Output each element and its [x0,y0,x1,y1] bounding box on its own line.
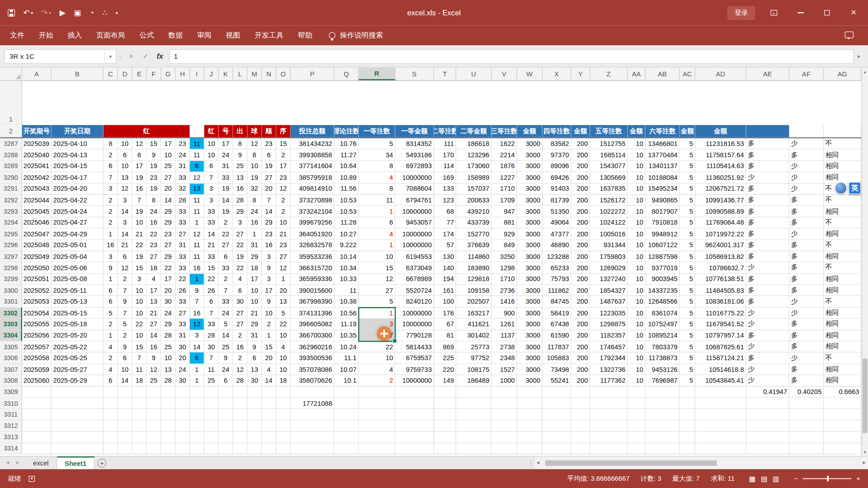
cell[interactable]: 10990588.89 [695,206,746,217]
cell[interactable]: 2025047 [22,229,52,240]
cell[interactable]: 15 [204,263,219,274]
cell[interactable]: 15 [132,342,147,353]
cell[interactable]: 376639 [456,240,491,251]
cell[interactable]: 少 [789,172,824,183]
cell[interactable]: 10.34 [335,263,359,274]
cell[interactable]: 13 [233,172,248,183]
cell[interactable]: 27 [233,229,248,240]
cell[interactable]: 14 [262,375,276,386]
cell[interactable]: 5 [680,342,695,353]
ribbon-tab[interactable]: 帮助 [298,30,312,40]
cell[interactable]: 27 [233,308,248,319]
cell[interactable]: 10.53 [335,195,359,206]
cell[interactable]: 10 [628,161,646,172]
cell[interactable]: 163217 [456,308,491,319]
cell[interactable]: 9624001.317 [695,240,746,251]
cell[interactable]: 6 [204,296,219,308]
cell[interactable]: 2025-05-22 [52,342,104,353]
cell[interactable]: 31 [247,330,262,342]
cell[interactable]: 10 [132,308,147,319]
cell[interactable] [628,443,646,454]
cell[interactable] [262,398,276,409]
cell[interactable]: 108175 [456,364,491,375]
cell[interactable]: 29 [247,319,262,330]
cell[interactable] [146,432,161,443]
cell[interactable]: 2 [104,206,118,217]
cell[interactable]: 10 [132,330,147,342]
cell[interactable]: 5 [680,319,695,330]
ribbon-display-options-button[interactable] [766,10,782,15]
cell[interactable]: 多 [746,138,790,150]
cell[interactable]: 10.53 [335,206,359,217]
cell[interactable]: 7803379 [646,342,680,353]
cell[interactable]: 5 [359,296,395,308]
cell[interactable] [132,420,147,432]
cell[interactable]: 10000000 [395,229,434,240]
cell[interactable]: 7 [118,308,132,319]
cell[interactable]: 16 [104,240,118,251]
cell[interactable]: 7910818 [646,217,680,229]
cell[interactable]: 5 [276,308,291,319]
cell[interactable]: 少 [789,296,824,308]
cell[interactable]: 10.14 [335,251,359,263]
cell[interactable]: 10 [161,150,175,161]
cell[interactable]: 10797957.14 [695,330,746,342]
cell[interactable]: 3000 [517,251,542,263]
cell[interactable]: 2 [104,319,118,330]
cell[interactable] [395,432,434,443]
cell[interactable]: 2025-04-13 [52,150,104,161]
row-header[interactable]: 3311 [0,409,22,420]
zoom-in-button[interactable]: + [856,475,860,483]
cell[interactable]: 10 [628,319,646,330]
cell[interactable]: 8 [132,150,147,161]
cell[interactable]: 2 [359,375,395,386]
cell[interactable]: 2025-05-01 [52,240,104,251]
cell[interactable]: 多 [746,150,790,161]
row-header[interactable]: 3290 [0,172,22,183]
formula-bar-grip[interactable]: ⋮ [116,52,124,60]
cell[interactable] [233,409,248,420]
cell[interactable]: 6 [204,161,219,172]
cell[interactable]: 3000 [517,319,542,330]
cell[interactable] [646,386,680,398]
cell[interactable]: 24 [219,364,233,375]
cell[interactable]: 14 [146,330,161,342]
cell[interactable]: 1269029 [590,263,627,274]
customize-qat-button[interactable]: ▾ [116,10,118,15]
cell[interactable]: 19 [247,172,262,183]
cell[interactable]: 少 [789,229,824,240]
cell[interactable] [52,420,104,432]
cell[interactable]: 9 [104,263,118,274]
cell[interactable]: 20 [276,285,291,296]
row-header[interactable]: 3296 [0,240,22,251]
cell[interactable]: 25 [219,342,233,353]
cell[interactable] [824,398,861,409]
cell[interactable]: 10 [247,296,262,308]
cell[interactable] [359,409,395,420]
cell[interactable]: 28 [204,330,219,342]
cell[interactable]: 8017907 [646,206,680,217]
cell[interactable]: 176 [434,308,456,319]
cell[interactable] [233,432,248,443]
cell[interactable]: 11758157.64 [695,150,746,161]
cell[interactable]: 10 [628,138,646,150]
cell[interactable] [247,443,262,454]
cell[interactable]: 2738 [491,342,517,353]
cell[interactable]: 24 [219,150,233,161]
cell[interactable] [571,432,590,443]
cell[interactable]: 12067521.72 [695,183,746,195]
cell[interactable]: 2025054 [22,308,52,319]
ribbon-tab[interactable]: 数据 [168,30,183,40]
cell[interactable]: 2025039 [22,138,52,150]
cell[interactable]: 362960216 [291,342,335,353]
cell[interactable]: 3000 [517,150,542,161]
cell[interactable]: 2025056 [22,330,52,342]
cell[interactable]: 27 [146,319,161,330]
cell[interactable] [695,386,746,398]
cell[interactable]: 16 [190,263,204,274]
cell[interactable]: 22 [175,274,190,285]
header-cell[interactable]: 号 [219,125,233,137]
header-cell[interactable]: 理论注数 [335,125,359,137]
cell[interactable]: 16 [190,308,204,319]
cell[interactable]: 多 [789,206,824,217]
